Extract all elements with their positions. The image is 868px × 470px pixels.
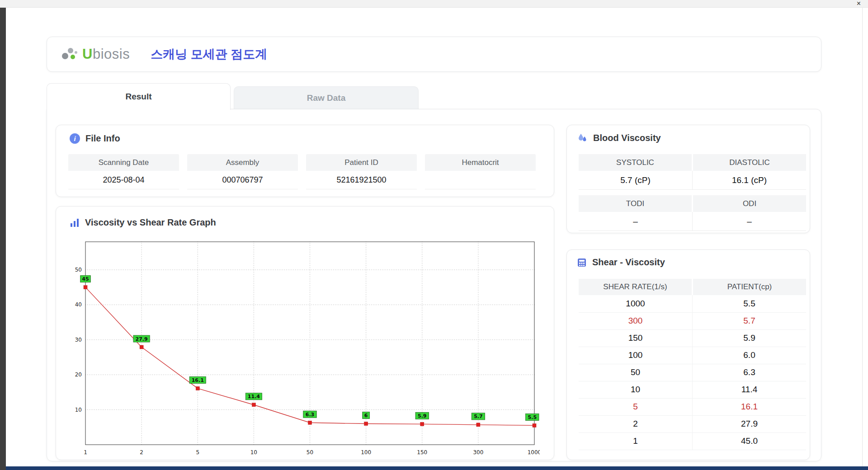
systolic-label: SYSTOLIC [579, 154, 693, 171]
file-info-header: i File Info [56, 125, 554, 144]
graph-header: Viscosity vs Shear Rate Graph [56, 207, 554, 228]
brand-initial: U [82, 46, 93, 62]
table-row: 1006.0 [579, 347, 806, 364]
field-label: Scanning Date [68, 154, 179, 171]
diastolic-value: 16.1 (cP) [693, 171, 806, 190]
patient-cell: 11.4 [693, 381, 807, 398]
shear-cell: 2 [579, 415, 693, 432]
odi-value: – [693, 212, 806, 231]
patient-cell: 5.9 [693, 329, 807, 347]
calculator-icon [577, 258, 587, 268]
table-row: 1505.9 [579, 329, 806, 347]
shear-cell: 1 [579, 432, 693, 450]
shear-cell: 150 [579, 329, 693, 347]
field-label: Patient ID [306, 154, 417, 171]
svg-text:2: 2 [140, 449, 143, 456]
window-titlebar: × [0, 0, 868, 8]
field-label: Hematocrit [425, 154, 536, 171]
brand-logo: Ubiosis [61, 46, 130, 62]
svg-text:16.1: 16.1 [192, 377, 204, 383]
svg-text:5: 5 [196, 449, 199, 456]
table-row: 227.9 [579, 415, 806, 432]
field-value: 52161921500 [306, 171, 417, 189]
field-value: 2025-08-04 [68, 171, 179, 189]
svg-text:1: 1 [84, 449, 87, 456]
diastolic-label: DIASTOLIC [693, 154, 806, 171]
table-row: 516.1 [579, 398, 806, 415]
page-title: 스캐닝 모세관 점도계 [151, 46, 267, 62]
patient-cell: 45.0 [693, 432, 807, 450]
patient-cell: 5.7 [693, 312, 807, 329]
svg-text:5.9: 5.9 [418, 413, 427, 419]
header-bar: Ubiosis 스캐닝 모세관 점도계 [47, 37, 821, 72]
file-info-card: i File Info Scanning Date 2025-08-04 Ass… [56, 125, 554, 197]
svg-text:40: 40 [75, 301, 82, 308]
tab-raw-data[interactable]: Raw Data [234, 86, 419, 109]
svg-text:1000: 1000 [528, 449, 540, 456]
blood-viscosity-card: Blood Viscosity SYSTOLIC DIASTOLIC 5.7 (… [566, 125, 810, 233]
todi-value: – [579, 212, 693, 231]
close-icon[interactable]: × [857, 0, 861, 7]
svg-text:27.9: 27.9 [136, 336, 148, 342]
svg-text:10: 10 [250, 449, 257, 456]
table-row: 145.0 [579, 432, 806, 450]
patient-cell: 16.1 [693, 398, 807, 415]
field-scanning-date: Scanning Date 2025-08-04 [68, 154, 179, 189]
shear-cell: 5 [579, 398, 693, 415]
svg-text:20: 20 [75, 371, 82, 378]
systolic-value: 5.7 (cP) [579, 171, 693, 190]
tab-result[interactable]: Result [47, 83, 231, 110]
bv-row-spacer [579, 190, 806, 195]
field-assembly: Assembly 000706797 [187, 154, 298, 189]
brand-rest: biosis [93, 46, 130, 62]
bv-value-row-1: 5.7 (cP) 16.1 (cP) [579, 171, 806, 190]
brand-name: Ubiosis [82, 46, 130, 62]
svg-text:50: 50 [307, 449, 313, 456]
patient-cell: 5.5 [693, 295, 807, 312]
ubiosis-leaf-icon [61, 46, 79, 62]
svg-text:6: 6 [364, 413, 368, 418]
svg-text:6.3: 6.3 [306, 412, 315, 418]
bv-label-row-2: TODI ODI [579, 195, 806, 212]
svg-text:10: 10 [75, 407, 82, 413]
svg-text:30: 30 [75, 337, 82, 343]
window-right-border [862, 8, 863, 466]
viscosity-shear-chart: 1020304050125105010015030010004527.916.1… [67, 241, 542, 458]
patient-cell: 6.0 [693, 347, 807, 364]
water-drop-icon [577, 132, 588, 143]
svg-text:45: 45 [82, 276, 89, 282]
shear-cell: 100 [579, 347, 693, 364]
shear-viscosity-card: Shear - Viscosity SHEAR RATE(1/s) PATIEN… [566, 249, 810, 460]
svg-text:150: 150 [417, 449, 427, 456]
shear-cell: 50 [579, 364, 693, 381]
field-label: Assembly [187, 154, 298, 171]
info-icon: i [70, 133, 80, 144]
field-value: 000706797 [187, 171, 298, 189]
blood-viscosity-header: Blood Viscosity [567, 125, 810, 143]
field-patient-id: Patient ID 52161921500 [306, 154, 417, 189]
svg-text:5.7: 5.7 [474, 414, 483, 419]
shear-rate-column-header: SHEAR RATE(1/s) [579, 279, 693, 295]
patient-column-header: PATIENT(cp) [693, 279, 807, 295]
svg-text:300: 300 [473, 449, 483, 456]
blood-viscosity-title: Blood Viscosity [593, 133, 661, 143]
table-row: 3005.7 [579, 312, 806, 329]
field-value [425, 171, 536, 189]
file-info-title: File Info [85, 133, 120, 144]
window-left-edge [0, 8, 6, 470]
shear-cell: 1000 [579, 295, 693, 312]
shear-cell: 300 [579, 312, 693, 329]
shear-viscosity-table: SHEAR RATE(1/s) PATIENT(cp) 10005.5 3005… [579, 279, 806, 450]
blood-viscosity-grid: SYSTOLIC DIASTOLIC 5.7 (cP) 16.1 (cP) TO… [579, 154, 806, 231]
patient-cell: 6.3 [693, 364, 807, 381]
bar-chart-icon [70, 218, 80, 228]
patient-cell: 27.9 [693, 415, 807, 432]
odi-label: ODI [693, 195, 806, 212]
table-header-row: SHEAR RATE(1/s) PATIENT(cp) [579, 279, 806, 295]
table-row: 10005.5 [579, 295, 806, 312]
chart-svg: 1020304050125105010015030010004527.916.1… [67, 241, 540, 457]
bv-value-row-2: – – [579, 212, 806, 231]
todi-label: TODI [579, 195, 693, 212]
svg-text:100: 100 [361, 449, 371, 456]
svg-text:5.5: 5.5 [528, 414, 537, 420]
